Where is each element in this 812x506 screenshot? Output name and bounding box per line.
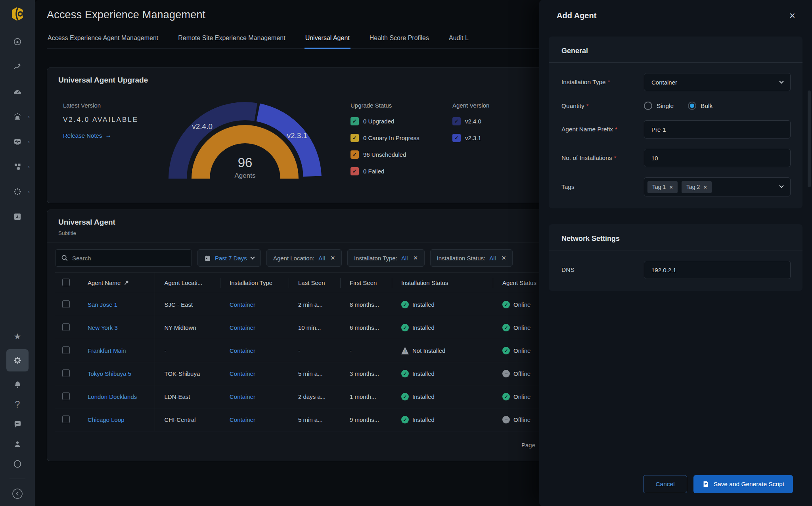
clear-filter-icon[interactable]: ×: [414, 254, 418, 262]
upgrade-status-checkbox-canary[interactable]: ✓ 0 Canary In Progress: [350, 134, 419, 142]
row-checkbox[interactable]: [62, 369, 70, 377]
sidebar-item-settings[interactable]: [6, 349, 29, 371]
agent-name-link[interactable]: Chicago Loop: [88, 416, 124, 423]
col-installation-status[interactable]: Installation Status: [392, 273, 493, 293]
upgrade-status-checkbox-upgraded[interactable]: ✓ 0 Upgraded: [350, 117, 419, 125]
agent-version-checkbox-v231[interactable]: ✓ v2.3.1: [452, 134, 489, 142]
date-range-filter[interactable]: Past 7 Days: [197, 249, 261, 267]
agent-location-filter[interactable]: Agent Location: All ×: [266, 249, 342, 267]
quantity-radio-bulk[interactable]: Bulk: [688, 102, 712, 110]
sidebar-divider: [10, 479, 25, 479]
agent-name-link[interactable]: Tokyo Shibuya 5: [88, 370, 131, 377]
sidebar-item-alarms[interactable]: ›: [9, 110, 26, 123]
tags-multiselect[interactable]: Tag 1× Tag 2×: [644, 177, 791, 196]
cancel-button[interactable]: Cancel: [643, 475, 687, 493]
sidebar-item-reports[interactable]: [9, 210, 26, 223]
sidebar-item-gauge[interactable]: [9, 85, 26, 98]
script-icon: [702, 481, 709, 488]
installation-type-link[interactable]: Container: [230, 416, 255, 423]
search-icon: [61, 254, 68, 262]
agent-status-text: Offline: [513, 416, 530, 423]
installation-type-link[interactable]: Container: [230, 301, 255, 308]
tab-health-score-profiles[interactable]: Health Score Profiles: [369, 31, 430, 48]
remove-tag-icon[interactable]: ×: [669, 184, 673, 190]
collapse-chevron-icon: [11, 488, 23, 500]
agent-name-link[interactable]: New York 3: [88, 324, 118, 331]
chart-box-icon: [13, 212, 22, 221]
installation-type-link[interactable]: Container: [230, 324, 255, 331]
last-seen-cell: 10 min...: [289, 316, 340, 339]
agent-location-cell: -: [155, 339, 220, 362]
remove-tag-icon[interactable]: ×: [703, 184, 707, 190]
hexagon-logo[interactable]: [8, 5, 27, 23]
sidebar-item-insights[interactable]: [9, 60, 26, 73]
agent-name-link[interactable]: San Jose 1: [88, 301, 117, 308]
tab-access-experience-agent-management[interactable]: Access Experience Agent Management: [47, 31, 159, 48]
save-button-label: Save and Generate Script: [714, 481, 784, 488]
agent-location-cell: SJC - East: [155, 293, 220, 316]
row-checkbox[interactable]: [62, 323, 70, 331]
pagination-page-label[interactable]: Page: [521, 442, 535, 448]
dns-input[interactable]: [644, 261, 791, 279]
filter-label: Agent Location:: [273, 255, 314, 262]
installation-type-filter[interactable]: Installaton Type: All ×: [347, 249, 425, 267]
installation-status-filter[interactable]: Installation Status: All ×: [430, 249, 513, 267]
search-input[interactable]: [72, 255, 186, 262]
sidebar-item-devices[interactable]: ›: [9, 135, 26, 148]
save-and-generate-script-button[interactable]: Save and Generate Script: [693, 475, 793, 493]
agent-status-text: Online: [513, 301, 530, 308]
agent-name-link[interactable]: Frankfurt Main: [88, 347, 126, 354]
filter-label: Installation Status:: [437, 255, 486, 262]
last-seen-cell: 5 min a...: [289, 362, 340, 385]
select-all-checkbox[interactable]: [62, 279, 70, 286]
agent-version-checkbox-v240[interactable]: ✓ v2.4.0: [452, 117, 489, 125]
release-notes-link[interactable]: Release Notes →: [63, 132, 111, 139]
row-checkbox[interactable]: [62, 346, 70, 354]
sidebar-collapse-button[interactable]: [9, 487, 26, 500]
close-icon[interactable]: ×: [789, 10, 795, 21]
sidebar-item-components[interactable]: ›: [9, 160, 26, 173]
agent-name-prefix-input[interactable]: [644, 120, 791, 139]
installations-count-input[interactable]: [644, 149, 791, 167]
installation-type-link[interactable]: Container: [230, 347, 255, 354]
latest-version-label: Latest Version: [63, 102, 138, 109]
calendar-icon: [204, 255, 211, 262]
col-agent-name[interactable]: Agent Name: [78, 273, 155, 293]
installation-type-link[interactable]: Container: [230, 370, 255, 377]
row-checkbox[interactable]: [62, 416, 70, 423]
sidebar-item-help[interactable]: ?: [9, 398, 26, 411]
col-agent-location[interactable]: Agent Locati...: [155, 273, 220, 293]
sidebar-item-user[interactable]: [9, 437, 26, 451]
sidebar-primary-nav: › › ›: [9, 35, 26, 223]
upgrade-status-checkbox-unscheduled[interactable]: ✓ 96 Unscheduled: [350, 150, 419, 159]
col-installation-type[interactable]: Installation Type: [220, 273, 289, 293]
sidebar-item-favorites[interactable]: ★: [9, 329, 26, 343]
tab-remote-site-experience-management[interactable]: Remote Site Experience Management: [177, 31, 286, 48]
row-checkbox[interactable]: [62, 300, 70, 308]
installation-type-link[interactable]: Container: [230, 393, 255, 400]
upgrade-status-checkbox-failed[interactable]: ✓ 0 Failed: [350, 167, 419, 175]
clear-filter-icon[interactable]: ×: [502, 254, 506, 262]
arrow-right-icon: →: [105, 132, 111, 139]
quantity-radio-single[interactable]: Single: [644, 102, 674, 110]
agent-status-text: Online: [513, 393, 530, 400]
sidebar-item-status-circle[interactable]: [9, 457, 26, 471]
panel-scrollbar-thumb[interactable]: [808, 90, 811, 187]
col-first-seen[interactable]: First Seen: [340, 273, 392, 293]
tab-audit-log[interactable]: Audit L: [448, 31, 469, 48]
sidebar-item-radar[interactable]: [9, 35, 26, 48]
sidebar-item-notifications[interactable]: [9, 378, 26, 391]
agent-name-link[interactable]: London Docklands: [88, 393, 137, 400]
row-checkbox[interactable]: [62, 392, 70, 400]
table-row: Frankfurt Main - Container - - Not Insta…: [55, 339, 586, 362]
sidebar-item-feedback[interactable]: [9, 417, 26, 431]
installation-type-select[interactable]: Container: [644, 73, 791, 91]
tab-universal-agent[interactable]: Universal Agent: [304, 31, 350, 49]
first-seen-cell: -: [340, 339, 392, 362]
agent-status-text: Online: [513, 347, 530, 354]
sidebar-item-processes[interactable]: ›: [9, 185, 26, 198]
clear-filter-icon[interactable]: ×: [331, 254, 335, 262]
panel-title: Add Agent: [557, 11, 596, 20]
table-row: Chicago Loop CHI-Central Container 5 min…: [55, 408, 586, 431]
col-last-seen[interactable]: Last Seen: [289, 273, 340, 293]
